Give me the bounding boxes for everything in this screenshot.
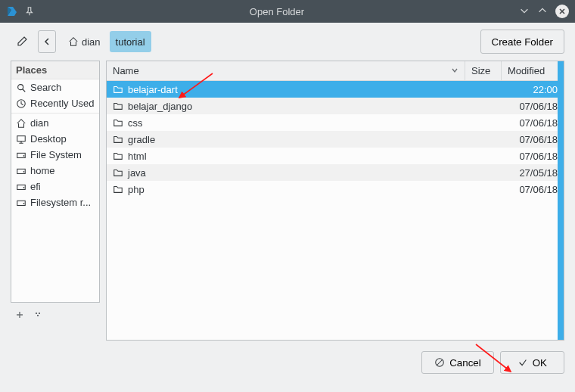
row-name: css [128, 117, 143, 129]
clock-icon [16, 98, 26, 109]
main: Places SearchRecently UseddianDesktopFil… [0, 61, 575, 341]
breadcrumb: dian tutorial [62, 31, 151, 52]
sidebar-item-dian[interactable]: dian [11, 115, 99, 131]
folder-icon [113, 151, 123, 161]
folder-icon [113, 134, 123, 145]
row-modified: 07/06/18 [502, 117, 564, 129]
home-icon [68, 36, 79, 47]
cancel-icon [434, 357, 445, 368]
file-list: belajar-dart22:00belajar_django07/06/18c… [107, 81, 564, 340]
row-modified: 07/06/18 [502, 184, 564, 195]
places-header: Places [11, 61, 99, 79]
desktop-icon [16, 134, 26, 145]
svg-point-4 [23, 155, 25, 157]
maximize-icon[interactable] [537, 5, 548, 18]
create-folder-button[interactable]: Create Folder [480, 30, 565, 54]
file-panel: Name Size Modified belajar-dart22:00bela… [106, 61, 564, 341]
sidebar-item-efi[interactable]: efi [11, 179, 99, 194]
row-name: belajar-dart [128, 84, 178, 95]
row-name: belajar_django [128, 101, 192, 112]
places-panel: Places SearchRecently UseddianDesktopFil… [11, 61, 100, 303]
sidebar-item-recently-used[interactable]: Recently Used [11, 95, 99, 111]
folder-icon [113, 117, 123, 128]
table-row[interactable]: css07/06/18 [107, 114, 564, 131]
drive-icon [16, 198, 26, 208]
minimize-icon[interactable] [519, 5, 530, 18]
sidebar-item-label: dian [30, 117, 49, 129]
column-modified[interactable]: Modified [502, 61, 564, 80]
column-name[interactable]: Name [107, 61, 465, 80]
dialog-actions: Cancel OK [0, 341, 575, 384]
drive-icon [16, 182, 26, 192]
column-size-label: Size [471, 65, 490, 76]
cancel-label: Cancel [449, 357, 481, 369]
sort-indicator-icon [451, 65, 458, 76]
row-modified: 07/06/18 [502, 134, 564, 145]
pin-icon[interactable] [24, 6, 35, 17]
svg-rect-2 [17, 135, 26, 141]
row-name: html [128, 151, 147, 162]
column-size[interactable]: Size [465, 61, 502, 80]
table-row[interactable]: php07/06/18 [107, 181, 564, 198]
svg-point-8 [23, 187, 25, 188]
sidebar-item-label: File System [30, 149, 82, 160]
sidebar-item-label: efi [30, 181, 41, 192]
cancel-button[interactable]: Cancel [421, 351, 494, 374]
sidebar-item-label: Filesystem r... [30, 197, 91, 208]
titlebar: Open Folder [0, 0, 575, 23]
scrollbar[interactable] [558, 61, 564, 340]
row-name: java [128, 167, 146, 179]
app-icon [6, 5, 18, 17]
close-button[interactable] [555, 5, 569, 18]
row-modified: 22:00 [502, 84, 564, 95]
sidebar-item-search[interactable]: Search [11, 79, 99, 95]
edit-icon[interactable] [11, 30, 33, 53]
column-modified-label: Modified [508, 65, 545, 76]
add-bookmark-icon[interactable] [15, 310, 24, 322]
breadcrumb-root[interactable]: dian [62, 31, 107, 52]
breadcrumb-current[interactable]: tutorial [110, 31, 151, 52]
table-row[interactable]: java27/05/18 [107, 164, 564, 181]
row-modified: 27/05/18 [502, 167, 564, 179]
drive-icon [16, 150, 26, 160]
sidebar-item-label: Recently Used [30, 98, 95, 109]
sidebar-item-label: Search [30, 82, 61, 93]
sidebar-item-desktop[interactable]: Desktop [11, 131, 99, 147]
window-title: Open Folder [35, 6, 519, 17]
sidebar-item-file-system[interactable]: File System [11, 147, 99, 163]
toolbar: dian tutorial Create Folder [0, 23, 575, 61]
ok-button[interactable]: OK [500, 351, 564, 374]
row-name: php [128, 184, 145, 195]
column-headers: Name Size Modified [107, 61, 564, 81]
row-name: gradle [128, 134, 155, 145]
column-name-label: Name [113, 65, 139, 76]
breadcrumb-current-label: tutorial [116, 36, 145, 48]
svg-point-6 [23, 171, 25, 173]
row-modified: 07/06/18 [502, 101, 564, 112]
folder-icon [113, 84, 123, 95]
row-modified: 07/06/18 [502, 151, 564, 162]
back-button[interactable] [38, 30, 56, 53]
table-row[interactable]: gradle07/06/18 [107, 131, 564, 148]
table-row[interactable]: belajar_django07/06/18 [107, 98, 564, 114]
search-icon [16, 82, 26, 93]
remove-bookmark-icon[interactable] [33, 310, 42, 322]
create-folder-label: Create Folder [492, 36, 554, 48]
folder-icon [113, 101, 123, 111]
sidebar-item-label: home [30, 165, 55, 176]
table-row[interactable]: html07/06/18 [107, 148, 564, 164]
breadcrumb-root-label: dian [82, 36, 101, 48]
sidebar-item-home[interactable]: home [11, 163, 99, 179]
sidebar: Places SearchRecently UseddianDesktopFil… [11, 61, 100, 341]
folder-icon [113, 167, 123, 178]
folder-icon [113, 184, 123, 194]
ok-label: OK [533, 357, 547, 369]
svg-point-10 [23, 203, 25, 204]
sidebar-item-filesystem-r-[interactable]: Filesystem r... [11, 194, 99, 210]
svg-point-0 [18, 84, 23, 89]
check-icon [518, 357, 528, 368]
home-icon [16, 118, 26, 129]
table-row[interactable]: belajar-dart22:00 [107, 81, 564, 98]
sidebar-item-label: Desktop [30, 133, 67, 145]
drive-icon [16, 166, 26, 176]
